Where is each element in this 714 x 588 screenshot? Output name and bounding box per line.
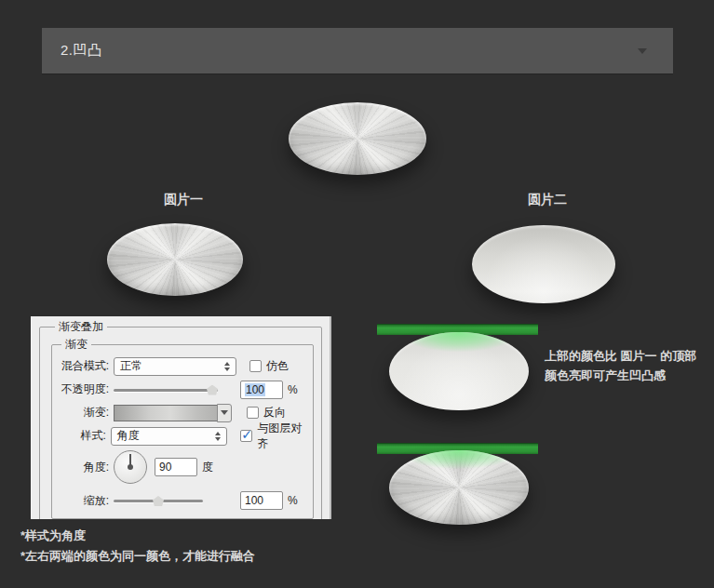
align-layer-label: 与图层对齐	[257, 421, 309, 452]
scale-value: 100	[245, 494, 263, 507]
style-label: 样式:	[56, 428, 111, 444]
annotation-text: 上部的颜色比 圆片一 的顶部 颜色亮即可产生凹凸感	[545, 346, 712, 385]
dither-checkbox[interactable]	[249, 360, 262, 372]
annotation-line-2: 颜色亮即可产生凹凸感	[545, 366, 712, 385]
opacity-label: 不透明度:	[56, 381, 114, 397]
style-value: 角度	[117, 428, 140, 444]
dither-group: 仿色	[249, 358, 289, 374]
align-layer-group: ✓ 与图层对齐	[240, 421, 309, 452]
smooth-disc-two	[472, 225, 615, 303]
scale-input[interactable]: 100	[240, 491, 283, 510]
reverse-label: 反向	[263, 405, 286, 421]
opacity-unit: %	[288, 383, 298, 396]
metal-disc-one	[107, 223, 243, 296]
disc1-label: 圆片一	[137, 192, 230, 208]
gradient-swatch[interactable]	[114, 405, 218, 421]
angle-value: 90	[159, 461, 171, 474]
gradient-overlay-group: 渐变叠加 渐变 混合模式: 正常 仿色 不透明度:	[39, 319, 322, 519]
section-header-bar[interactable]: 2.凹凸	[42, 28, 673, 74]
reverse-group: 反向	[247, 405, 286, 421]
gradient-overlay-group-title: 渐变叠加	[55, 319, 107, 335]
angle-row: 角度: 90 度	[56, 448, 309, 487]
style-row: 样式: 角度 ✓ 与图层对齐	[56, 424, 309, 448]
blend-mode-row: 混合模式: 正常 仿色	[56, 354, 309, 378]
chevron-down-icon[interactable]	[638, 48, 647, 54]
disc2-label: 圆片二	[501, 192, 594, 208]
spinner-icon	[224, 362, 230, 371]
opacity-slider-thumb[interactable]	[207, 385, 218, 395]
gradient-picker-button[interactable]	[217, 404, 232, 422]
opacity-slider[interactable]	[114, 384, 218, 395]
angle-input[interactable]: 90	[155, 458, 197, 476]
gradient-overlay-panel: 渐变叠加 渐变 混合模式: 正常 仿色 不透明度:	[31, 316, 331, 519]
angle-label: 角度:	[56, 460, 114, 475]
metal-disc-hero	[289, 102, 426, 175]
check-icon: ✓	[241, 427, 252, 442]
gradient-group: 渐变 混合模式: 正常 仿色 不透明度:	[51, 337, 314, 519]
blend-mode-value: 正常	[120, 358, 142, 374]
scale-slider[interactable]	[114, 495, 203, 506]
scale-unit: %	[288, 494, 298, 507]
style-select[interactable]: 角度	[111, 427, 227, 446]
blend-mode-label: 混合模式:	[56, 358, 114, 374]
gradient-label: 渐变:	[56, 405, 114, 421]
annotation-line-1: 上部的颜色比 圆片一 的顶部	[545, 346, 712, 366]
smooth-disc-green-highlight	[389, 332, 529, 410]
section-title: 2.凹凸	[61, 42, 102, 60]
opacity-row: 不透明度: 100 %	[56, 378, 309, 401]
footnote-style: *样式为角度	[20, 526, 255, 546]
dropdown-arrow-icon	[221, 410, 228, 415]
spinner-icon	[215, 432, 221, 441]
align-layer-checkbox[interactable]: ✓	[240, 430, 252, 442]
footnotes: *样式为角度 *左右两端的颜色为同一颜色，才能进行融合	[20, 526, 255, 567]
tutorial-page: 2.凹凸 圆片一 圆片二 上部的颜色比 圆片一 的顶部 颜色亮即可产生凹凸感 渐…	[0, 0, 714, 588]
metal-disc-green-highlight	[389, 450, 529, 525]
dither-label: 仿色	[266, 358, 289, 374]
reverse-checkbox[interactable]	[247, 407, 259, 419]
scale-row: 缩放: 100 %	[56, 487, 309, 514]
angle-dial[interactable]	[114, 450, 147, 484]
footnote-blend: *左右两端的颜色为同一颜色，才能进行融合	[20, 546, 255, 567]
blend-mode-select[interactable]: 正常	[114, 357, 236, 376]
scale-label: 缩放:	[56, 493, 114, 509]
gradient-group-title: 渐变	[61, 337, 91, 353]
scale-slider-thumb[interactable]	[153, 496, 164, 506]
opacity-input[interactable]: 100	[240, 381, 283, 399]
opacity-value: 100	[245, 383, 265, 396]
angle-unit: 度	[202, 460, 213, 475]
